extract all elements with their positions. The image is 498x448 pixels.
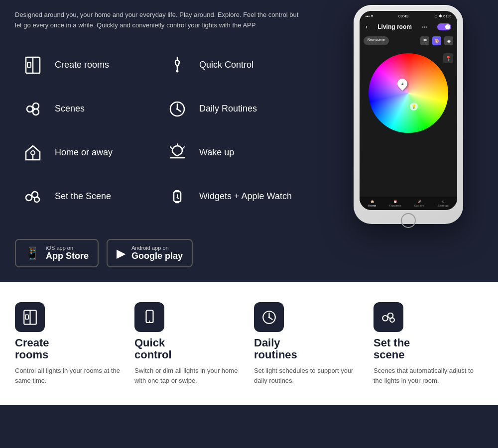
- bottom-quick-control-title: Quick control: [134, 337, 172, 361]
- bottom-feature-set-the-scene: Set the scene Scenes that automatically …: [374, 302, 483, 385]
- feature-home-or-away: Home or away: [15, 131, 159, 175]
- svg-point-11: [176, 108, 178, 110]
- features-grid: Create rooms Quick Control: [15, 43, 304, 219]
- phone-mockup-container: ▪▪▪ ▾ 09:43 ⊙ ✱ 61% ‹ Living room ••• Ne…: [334, 5, 483, 224]
- bottom-quick-control-icon: [134, 302, 164, 332]
- create-rooms-icon: [20, 52, 46, 78]
- home-or-away-icon: [20, 140, 46, 166]
- feature-label-scenes: Scenes: [55, 104, 85, 114]
- phone-status-bar: ▪▪▪ ▾ 09:43 ⊙ ✱ 61%: [360, 11, 457, 20]
- nav-routines[interactable]: ⏰ Routines: [389, 200, 401, 207]
- bottom-feature-daily-routines: Daily routines Set light schedules to su…: [254, 302, 364, 385]
- bottom-create-rooms-icon: [15, 302, 45, 332]
- new-scene-tab[interactable]: New scene: [364, 36, 389, 45]
- store-buttons: 📱 iOS app on App Store ▶ Android app on …: [0, 229, 498, 282]
- daily-routines-icon: [164, 96, 190, 122]
- android-small-text: Android app on: [131, 245, 183, 251]
- phone-time: 09:43: [398, 14, 408, 18]
- svg-point-5: [27, 106, 33, 112]
- bottom-quick-control-desc: Switch or dim all lights in your home wi…: [134, 366, 244, 385]
- color-wheel-area: 📍 4 💡: [360, 48, 457, 138]
- bottom-feature-create-rooms: Create rooms Control all lights in your …: [15, 302, 124, 385]
- widgets-apple-watch-icon: [164, 184, 190, 210]
- feature-label-daily-routines: Daily Routines: [199, 104, 257, 114]
- room-name: Living room: [377, 23, 412, 30]
- feature-label-widgets-apple-watch: Widgets + Apple Watch: [199, 191, 292, 202]
- phone-icon: 📱: [25, 246, 40, 260]
- more-icon: •••: [422, 24, 427, 30]
- feature-create-rooms: Create rooms: [15, 43, 159, 87]
- svg-point-4: [176, 70, 179, 72]
- battery-indicator: ⊙ ✱ 61%: [434, 14, 451, 18]
- svg-point-25: [177, 197, 178, 198]
- location-icon: 📍: [445, 56, 451, 61]
- bottom-daily-routines-title: Daily routines: [254, 337, 297, 361]
- bottom-set-the-scene-icon: [374, 302, 403, 332]
- bottom-set-the-scene-title: Set the scene: [374, 337, 410, 361]
- feature-set-the-scene: Set the Scene: [15, 175, 159, 219]
- set-the-scene-icon: [20, 184, 46, 210]
- svg-point-37: [390, 318, 394, 322]
- svg-line-16: [182, 147, 184, 149]
- feature-label-quick-control: Quick Control: [199, 60, 253, 70]
- svg-rect-2: [27, 62, 31, 67]
- quick-control-icon: [164, 52, 190, 78]
- svg-point-17: [26, 195, 32, 201]
- phone-home-button[interactable]: [401, 213, 416, 228]
- ios-big-text: App Store: [46, 251, 89, 261]
- feature-quick-control: Quick Control: [159, 43, 304, 87]
- feature-label-home-or-away: Home or away: [55, 147, 113, 158]
- ios-store-button[interactable]: 📱 iOS app on App Store: [15, 239, 99, 267]
- wake-up-icon: [164, 140, 190, 166]
- svg-point-6: [33, 103, 39, 109]
- top-section: Designed around you, your home and your …: [0, 0, 498, 229]
- svg-point-34: [268, 316, 270, 318]
- list-view-icon[interactable]: ☰: [420, 36, 429, 45]
- left-content: Designed around you, your home and your …: [15, 10, 324, 224]
- feature-label-wake-up: Wake up: [199, 147, 234, 158]
- signal-icon: ▪▪▪ ▾: [366, 14, 373, 18]
- bottom-daily-routines-desc: Set light schedules to support your dail…: [254, 366, 364, 385]
- svg-rect-28: [25, 315, 28, 319]
- bottom-create-rooms-title: Create rooms: [15, 337, 49, 361]
- phone-tabs-row: New scene ☰ 🎨 ◉: [360, 33, 457, 48]
- scenes-icon: [20, 96, 46, 122]
- feature-daily-routines: Daily Routines: [159, 87, 304, 131]
- color-wheel-overlay: [369, 53, 448, 133]
- bottom-set-the-scene-desc: Scenes that automatically adjust to the …: [374, 366, 483, 385]
- phone-toggle[interactable]: [437, 23, 451, 30]
- phone-bottom-nav: 🏠 Home ⏰ Routines 🚀 Explore ⚙ Settings: [360, 197, 457, 210]
- nav-explore[interactable]: 🚀 Explore: [414, 200, 424, 207]
- nav-home[interactable]: 🏠 Home: [368, 200, 376, 207]
- description: Designed around you, your home and your …: [15, 10, 304, 31]
- color-palette-icon[interactable]: 🎨: [432, 36, 441, 45]
- android-big-text: Google play: [131, 251, 183, 261]
- ios-small-text: iOS app on: [46, 245, 89, 251]
- play-icon: ▶: [117, 246, 125, 260]
- svg-line-15: [170, 147, 172, 149]
- feature-scenes: Scenes: [15, 87, 159, 131]
- nav-settings[interactable]: ⚙ Settings: [438, 200, 449, 207]
- feature-label-create-rooms: Create rooms: [55, 60, 109, 70]
- svg-point-35: [382, 316, 388, 321]
- back-icon: ‹: [366, 23, 368, 30]
- color-wheel-icon[interactable]: ◉: [444, 36, 453, 45]
- phone-header: ‹ Living room •••: [360, 20, 457, 33]
- ios-btn-text: iOS app on App Store: [46, 245, 89, 261]
- phone-screen: ▪▪▪ ▾ 09:43 ⊙ ✱ 61% ‹ Living room ••• Ne…: [360, 11, 457, 210]
- feature-wake-up: Wake up: [159, 131, 304, 175]
- feature-widgets-apple-watch: Widgets + Apple Watch: [159, 175, 304, 219]
- svg-point-19: [34, 197, 39, 202]
- android-store-button[interactable]: ▶ Android app on Google play: [107, 239, 193, 267]
- color-wheel[interactable]: 4 💡: [369, 53, 448, 133]
- feature-label-set-the-scene: Set the Scene: [55, 191, 111, 202]
- svg-point-7: [33, 109, 39, 115]
- phone-mockup: ▪▪▪ ▾ 09:43 ⊙ ✱ 61% ‹ Living room ••• Ne…: [354, 5, 463, 224]
- bottom-daily-routines-icon: [254, 302, 284, 332]
- bottom-create-rooms-desc: Control all lights in your rooms at the …: [15, 366, 124, 385]
- bottom-feature-quick-control: Quick control Switch or dim all lights i…: [134, 302, 244, 385]
- svg-point-12: [31, 151, 35, 155]
- bottom-section: Create rooms Control all lights in your …: [0, 282, 498, 405]
- android-btn-text: Android app on Google play: [131, 245, 183, 261]
